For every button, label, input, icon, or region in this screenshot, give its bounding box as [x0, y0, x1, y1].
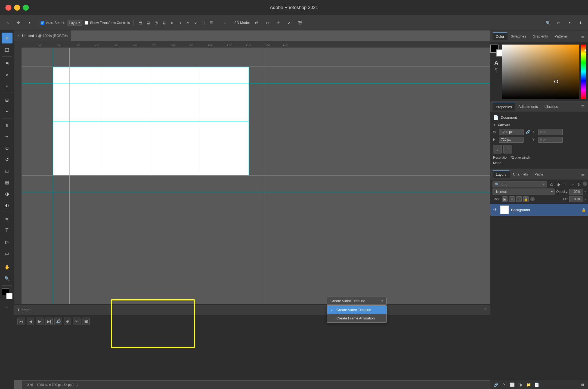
workspace-arrow[interactable]: ▾	[565, 18, 574, 27]
distribute-bottom[interactable]: ⬚	[200, 19, 207, 26]
lock-artboard-icon[interactable]: ✛	[516, 196, 522, 202]
portrait-button[interactable]: ▯	[493, 145, 502, 153]
width-input[interactable]	[499, 129, 524, 135]
audio-button[interactable]: 🔊	[54, 318, 62, 325]
fill-arrow[interactable]: ▾	[584, 198, 586, 201]
align-horizontal-centers[interactable]: ⬖	[168, 19, 175, 26]
new-layer-button[interactable]: 📄	[533, 381, 540, 388]
hue-slider[interactable]	[581, 45, 586, 99]
opacity-input[interactable]	[569, 189, 583, 195]
3d-slide[interactable]: ⤢	[285, 18, 293, 27]
play-button[interactable]: ▶	[36, 318, 44, 325]
3d-pan[interactable]: ✛	[274, 18, 283, 27]
lock-toggle-icon[interactable]: ·	[530, 197, 535, 201]
color-picker[interactable]	[502, 45, 586, 99]
artboard-tool[interactable]: ⬚	[2, 44, 13, 55]
close-button[interactable]	[5, 5, 11, 11]
gradient-tool[interactable]: ▦	[2, 177, 13, 188]
align-bottom-edges[interactable]: ⬔	[153, 19, 160, 26]
shape-tool[interactable]: ▭	[2, 248, 13, 259]
delete-layer-button[interactable]: 🗑	[579, 381, 586, 388]
paragraph-icon[interactable]: ¶	[495, 68, 498, 73]
tab-libraries[interactable]: Libraries	[541, 103, 561, 110]
canvas-section-header[interactable]: ▼ Canvas	[493, 123, 585, 127]
magic-wand-tool[interactable]: ✦	[2, 81, 13, 92]
link-layers-button[interactable]: 🔗	[493, 381, 499, 388]
blend-mode-dropdown[interactable]: Normal Dissolve Multiply Screen	[493, 189, 555, 195]
path-select-tool[interactable]: ▷	[2, 236, 13, 247]
type-tool[interactable]: T	[2, 225, 13, 236]
auto-select-checkbox[interactable]	[41, 21, 44, 25]
go-to-first-frame[interactable]: ⏮	[17, 318, 25, 325]
height-input[interactable]	[499, 137, 524, 143]
3d-scale[interactable]: 🎬	[296, 18, 304, 27]
lock-position-icon[interactable]: ✒	[509, 196, 515, 202]
dropdown-chevron-icon[interactable]: ▾	[381, 299, 383, 303]
landscape-button[interactable]: ▭	[503, 145, 512, 153]
background-color[interactable]	[6, 293, 13, 299]
tab-properties[interactable]: Properties	[493, 103, 515, 111]
history-brush-tool[interactable]: ↺	[2, 154, 13, 165]
crop-tool[interactable]: ⊞	[2, 95, 13, 105]
shape-filter-icon[interactable]: ▭	[569, 181, 575, 187]
heal-tool[interactable]: ⊕	[2, 120, 13, 131]
zoom-tool[interactable]: 🔍	[2, 273, 13, 284]
doc-tab-close[interactable]: ✕	[17, 34, 20, 37]
foreground-background-colors[interactable]	[1, 288, 13, 300]
create-video-timeline-option[interactable]: ✓ Create Video Timeline	[327, 306, 386, 314]
pixel-filter-icon[interactable]: ☖	[549, 181, 555, 187]
more-options[interactable]: ···	[222, 18, 230, 27]
slip-button[interactable]: ▣	[82, 318, 90, 325]
fg-bg-colors[interactable]	[490, 45, 502, 57]
3d-rotate[interactable]: ↺	[252, 18, 261, 27]
properties-panel-menu[interactable]: ☰	[580, 103, 586, 110]
type-filter-icon[interactable]: T	[562, 181, 568, 187]
tab-patterns[interactable]: Patterns	[551, 33, 571, 40]
color-gradient-box[interactable]	[502, 45, 579, 99]
tab-channels[interactable]: Channels	[510, 171, 531, 178]
adjustments-button[interactable]: ◑	[517, 381, 524, 388]
blur-tool[interactable]: ◑	[2, 188, 13, 199]
align-right-edges[interactable]: ⬗	[176, 19, 183, 26]
go-to-next-frame[interactable]: ▶|	[45, 318, 53, 325]
marquee-tool[interactable]: ⬒	[2, 58, 13, 69]
y-input[interactable]	[538, 137, 563, 143]
create-video-timeline-button[interactable]: Create Video Timeline ▾	[327, 297, 387, 305]
lock-pixels-icon[interactable]: ▣	[502, 196, 507, 202]
adjustment-filter-icon[interactable]: ◑	[555, 181, 561, 187]
layer-item-background[interactable]: 👁 Background 🔒	[490, 204, 588, 216]
add-mask-button[interactable]: ⬜	[509, 381, 515, 388]
lock-proportions-icon[interactable]: 🔗	[525, 129, 531, 135]
align-vertical-centers[interactable]: ⬓	[145, 19, 152, 26]
share-button[interactable]: ⬆	[576, 18, 585, 27]
group-button[interactable]: 📁	[525, 381, 532, 388]
lock-all-icon[interactable]: 🔒	[523, 196, 529, 202]
color-panel-menu[interactable]: ☰	[580, 33, 586, 40]
move-tool-arrow[interactable]: ▾	[25, 18, 34, 27]
eyedropper-tool[interactable]: ✒	[2, 106, 13, 117]
3d-orbit[interactable]: ⊙	[263, 18, 272, 27]
tab-layers[interactable]: Layers	[493, 170, 510, 178]
dodge-tool[interactable]: ◐	[2, 200, 13, 211]
layer-visibility-toggle[interactable]: 👁	[493, 207, 498, 212]
tab-gradients[interactable]: Gradients	[529, 33, 551, 40]
brush-tool[interactable]: ✏	[2, 131, 13, 142]
lasso-tool[interactable]: ⌀	[2, 69, 13, 80]
move-tool-options[interactable]: ✥	[14, 18, 23, 27]
kind-search-input[interactable]	[501, 183, 541, 186]
smart-filter-icon[interactable]: ⊙	[576, 181, 582, 187]
home-button[interactable]: ⌂	[3, 18, 12, 27]
minimize-button[interactable]	[14, 5, 20, 11]
tab-swatches[interactable]: Swatches	[507, 33, 529, 40]
align-left-edges[interactable]: ⬕	[160, 19, 168, 26]
filter-toggle-icon[interactable]: ·	[583, 181, 587, 186]
create-timeline-dropdown[interactable]: Create Video Timeline ▾ ✓ Create Video T…	[327, 297, 387, 323]
show-transform-checkbox[interactable]	[85, 21, 88, 25]
clone-stamp-tool[interactable]: ⊙	[2, 143, 13, 153]
eraser-tool[interactable]: ◻	[2, 165, 13, 176]
layer-dropdown[interactable]: Layer ▾	[67, 20, 82, 26]
layers-panel-menu[interactable]: ☰	[580, 171, 586, 178]
workspace-button[interactable]: ▭	[554, 18, 563, 27]
tab-color[interactable]: Color	[493, 32, 507, 40]
pen-tool[interactable]: ✒	[2, 214, 13, 224]
